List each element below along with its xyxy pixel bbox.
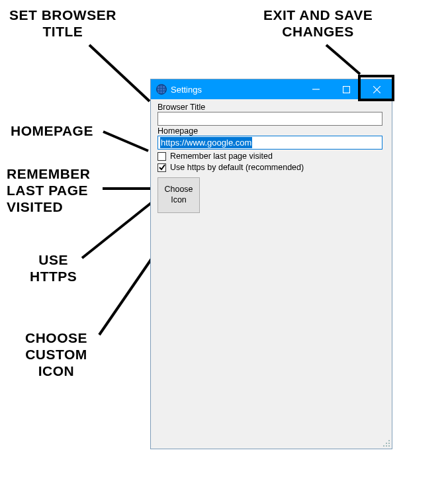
window-title: Settings: [171, 85, 202, 95]
annotation-choose-custom-icon: CHOOSECUSTOMICON: [25, 329, 87, 380]
close-icon: [373, 86, 381, 93]
resize-grip-icon: [381, 438, 390, 447]
annotation-set-browser-title: SET BROWSERTITLE: [9, 7, 116, 40]
svg-line-4: [82, 200, 154, 258]
svg-line-1: [326, 45, 360, 74]
svg-point-11: [386, 443, 387, 444]
svg-point-10: [388, 440, 390, 441]
svg-line-2: [103, 132, 148, 151]
use-https-row[interactable]: Use https by default (recommended): [157, 163, 385, 172]
svg-point-14: [386, 445, 387, 447]
remember-last-page-checkbox[interactable]: [157, 152, 166, 161]
use-https-checkbox[interactable]: [157, 163, 166, 172]
svg-point-13: [383, 445, 384, 447]
svg-line-0: [89, 45, 150, 101]
titlebar[interactable]: Settings: [151, 79, 392, 99]
annotation-remember-last-page: REMEMBERLAST PAGEVISITED: [7, 165, 91, 216]
homepage-input-value: https://www.google.com: [160, 137, 252, 148]
homepage-input[interactable]: https://www.google.com: [157, 136, 382, 150]
settings-form: Browser Title Homepage https://www.googl…: [151, 99, 392, 220]
svg-point-12: [388, 443, 390, 444]
annotation-use-https: USEHTTPS: [30, 251, 77, 285]
homepage-label: Homepage: [157, 126, 385, 136]
globe-icon: [156, 84, 167, 95]
browser-title-label: Browser Title: [157, 103, 385, 112]
choose-icon-button[interactable]: ChooseIcon: [157, 177, 200, 213]
maximize-button[interactable]: [331, 79, 361, 99]
remember-last-page-row[interactable]: Remember last page visited: [157, 152, 385, 161]
browser-title-input[interactable]: [157, 112, 382, 126]
remember-last-page-label: Remember last page visited: [170, 152, 273, 161]
annotation-homepage: HOMEPAGE: [11, 122, 93, 139]
minimize-button[interactable]: [300, 79, 331, 99]
resize-grip[interactable]: [381, 438, 390, 447]
choose-icon-button-label: ChooseIcon: [164, 185, 193, 205]
svg-line-5: [99, 250, 157, 335]
check-icon: [159, 164, 165, 171]
settings-window: Settings Browser Title Homepage https://…: [150, 79, 392, 449]
use-https-label: Use https by default (recommended): [170, 163, 304, 172]
svg-point-15: [388, 445, 390, 447]
annotation-exit-and-save: EXIT AND SAVECHANGES: [263, 7, 373, 40]
svg-rect-7: [343, 86, 349, 93]
close-button[interactable]: [361, 79, 392, 99]
